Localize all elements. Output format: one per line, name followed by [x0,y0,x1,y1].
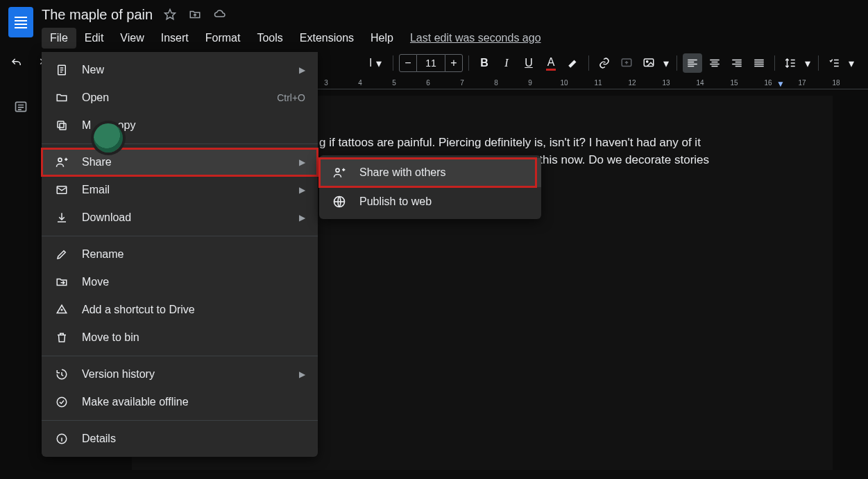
toolbar-separator [588,55,589,71]
document-outline-toggle[interactable] [11,97,31,116]
ruler-number: 11 [594,79,602,87]
download-icon [54,210,69,225]
font-size-control: − 11 + [399,54,463,72]
ruler-number: 17 [798,79,806,87]
line-spacing-button[interactable] [781,53,800,73]
share-with-others[interactable]: Share with others [319,158,541,187]
document-title[interactable]: The maple of pain [42,7,153,23]
trash-icon [54,330,69,345]
font-family-label: l [369,57,372,69]
menu-item-label: Open [82,92,264,104]
ruler-number: 6 [426,79,430,87]
highlight-button[interactable] [563,53,583,73]
underline-button[interactable]: U [519,53,538,73]
drive-shortcut-icon [54,302,69,317]
file-menu-download[interactable]: Download ▶ [42,204,318,232]
text-color-button[interactable]: A [541,53,561,73]
file-menu-offline[interactable]: Make available offline [42,388,318,416]
pencil-icon [54,247,69,262]
undo-button[interactable] [7,53,26,73]
menu-separator [42,356,318,356]
file-menu-add-shortcut[interactable]: Add a shortcut to Drive [42,296,318,324]
menu-item-label: Share [82,156,287,168]
font-size-increase[interactable]: + [445,54,463,72]
file-menu-version-history[interactable]: Version history ▶ [42,360,318,388]
last-edit-link[interactable]: Last edit was seconds ago [410,32,541,44]
insert-image-button[interactable] [639,53,658,73]
ruler-number: 5 [392,79,396,87]
menu-item-label: Email [82,184,287,196]
folder-icon [54,90,69,105]
file-menu-details[interactable]: Details [42,425,318,453]
menu-item-label: Move [82,276,305,288]
submenu-caret-icon: ▶ [299,185,305,195]
checklist-button[interactable] [824,53,844,73]
insert-comment-button[interactable] [617,53,636,73]
menu-file[interactable]: File [42,28,76,49]
history-icon [54,367,69,382]
toolbar-separator [676,55,677,71]
ruler-number: 10 [560,79,568,87]
ruler-number: 4 [358,79,362,87]
menu-separator [42,143,318,144]
publish-to-web[interactable]: Publish to web [319,187,541,216]
svg-point-12 [336,168,339,172]
file-menu-email[interactable]: Email ▶ [42,176,318,204]
cloud-status-icon[interactable] [212,7,228,22]
menu-item-label: Details [82,433,305,445]
menu-format[interactable]: Format [197,28,249,49]
menu-tools[interactable]: Tools [248,28,291,49]
font-family-select[interactable]: l ▾ [332,53,387,73]
submenu-item-label: Publish to web [359,195,432,208]
menu-item-label: Move to bin [82,331,305,344]
bold-button[interactable]: B [475,53,494,73]
toolbar-separator [393,55,393,71]
docs-app-icon[interactable] [8,7,33,37]
more-tools-caret[interactable]: ▾ [846,53,856,73]
file-menu-rename[interactable]: Rename [42,241,318,268]
toolbar-separator [774,55,775,71]
italic-button[interactable]: I [497,53,516,73]
submenu-caret-icon: ▶ [299,213,305,223]
align-justify-button[interactable] [749,53,769,73]
font-size-value[interactable]: 11 [417,54,445,72]
file-menu-open[interactable]: Open Ctrl+O [42,84,318,112]
menu-separator [42,236,318,236]
image-dropdown-caret[interactable]: ▾ [661,53,671,73]
align-center-button[interactable] [705,53,724,73]
menu-insert[interactable]: Insert [153,28,197,49]
svg-point-10 [57,397,67,407]
align-left-button[interactable] [683,53,702,73]
menu-item-label: Version history [82,368,287,381]
submenu-item-label: Share with others [359,166,446,179]
menu-help[interactable]: Help [362,28,402,49]
info-icon [54,431,69,446]
star-icon[interactable] [162,7,178,22]
move-icon [54,275,69,290]
file-menu-new[interactable]: New ▶ [42,56,318,84]
ruler-number: 18 [832,79,840,87]
ruler-number: 13 [662,79,670,87]
move-folder-icon[interactable] [187,7,203,22]
collaborator-avatar[interactable] [94,123,123,153]
doc-line: g if tattoos are painful. Piercing defin… [319,134,819,152]
copy-icon [54,118,69,133]
menu-extensions[interactable]: Extensions [291,28,362,49]
line-spacing-caret[interactable]: ▾ [803,53,812,73]
font-size-decrease[interactable]: − [399,54,417,72]
menu-edit[interactable]: Edit [76,28,112,49]
file-menu-move[interactable]: Move [42,268,318,296]
submenu-caret-icon: ▶ [299,369,305,379]
submenu-caret-icon: ▶ [299,157,305,167]
file-menu-share[interactable]: Share ▶ [42,148,318,176]
ruler-indent-marker[interactable]: ▼ [776,79,785,89]
menu-item-label: Add a shortcut to Drive [82,304,305,316]
ruler-number: 9 [528,79,532,87]
share-person-icon [54,155,69,170]
insert-link-button[interactable] [595,53,614,73]
globe-icon [332,194,347,209]
file-menu-move-to-bin[interactable]: Move to bin [42,324,318,351]
align-right-button[interactable] [727,53,747,73]
file-menu-make-copy[interactable]: Make copy [42,112,318,139]
menu-view[interactable]: View [112,28,152,49]
